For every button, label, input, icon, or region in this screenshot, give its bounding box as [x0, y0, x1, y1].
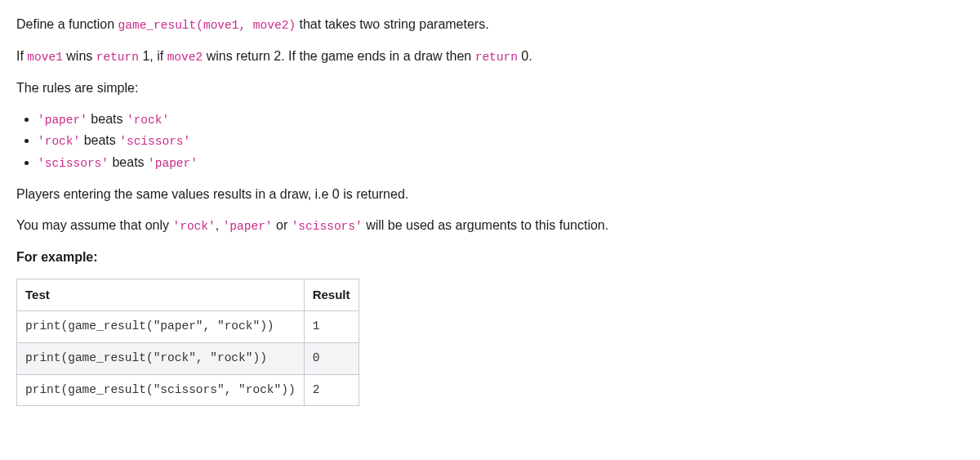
code-return: return: [475, 51, 518, 64]
table-row: print(game_result("paper", "rock")) 1: [17, 311, 359, 343]
code-literal: 'paper': [148, 157, 198, 170]
table-header-row: Test Result: [17, 279, 359, 311]
problem-description: Define a function game_result(move1, mov…: [16, 15, 964, 406]
text: If: [16, 49, 27, 63]
code-move1: move1: [27, 51, 63, 64]
list-item: 'scissors' beats 'paper': [38, 153, 964, 173]
code-move2: move2: [167, 51, 203, 64]
text: that takes two string parameters.: [296, 17, 489, 31]
paragraph-assume: You may assume that only 'rock', 'paper'…: [16, 216, 964, 236]
table-row: print(game_result("scissors", "rock")) 2: [17, 374, 359, 406]
text: wins: [63, 49, 96, 63]
code-literal: 'scissors': [38, 157, 109, 170]
paragraph-return-rules: If move1 wins return 1, if move2 wins re…: [16, 47, 964, 67]
text: 1, if: [139, 49, 167, 63]
text: beats: [80, 133, 119, 147]
code-return: return: [96, 51, 139, 64]
cell-result: 0: [304, 342, 359, 374]
text: will be used as arguments to this functi…: [363, 218, 609, 232]
table-row: print(game_result("rock", "rock")) 0: [17, 342, 359, 374]
text: beats: [87, 112, 127, 126]
cell-test: print(game_result("scissors", "rock")): [17, 374, 305, 406]
text: You may assume that only: [16, 218, 173, 232]
code-literal: 'scissors': [119, 135, 190, 148]
code-literal: 'paper': [38, 114, 87, 127]
text: or: [273, 218, 292, 232]
cell-result: 2: [304, 374, 359, 406]
code-function-signature: game_result(move1, move2): [118, 19, 296, 32]
text: Define a function: [16, 17, 118, 31]
example-table: Test Result print(game_result("paper", "…: [16, 279, 359, 407]
list-item: 'paper' beats 'rock': [38, 109, 964, 130]
text: 0.: [518, 49, 532, 63]
text: beats: [109, 155, 148, 169]
code-literal: 'paper': [223, 220, 273, 233]
code-literal: 'scissors': [292, 220, 363, 233]
text: ,: [216, 218, 223, 232]
paragraph-rules-label: The rules are simple:: [16, 78, 964, 98]
code-literal: 'rock': [38, 135, 80, 148]
example-label: For example:: [16, 248, 964, 267]
column-header-test: Test: [17, 279, 305, 311]
column-header-result: Result: [304, 279, 359, 311]
cell-test: print(game_result("paper", "rock")): [17, 311, 305, 343]
code-literal: 'rock': [127, 114, 169, 127]
text: wins return 2. If the game ends in a dra…: [203, 49, 475, 63]
paragraph-draw: Players entering the same values results…: [16, 185, 964, 204]
list-item: 'rock' beats 'scissors': [38, 131, 964, 151]
code-literal: 'rock': [173, 220, 216, 233]
paragraph-define: Define a function game_result(move1, mov…: [16, 15, 964, 35]
rules-list: 'paper' beats 'rock' 'rock' beats 'sciss…: [16, 109, 964, 173]
cell-test: print(game_result("rock", "rock")): [17, 342, 305, 374]
cell-result: 1: [304, 311, 359, 343]
